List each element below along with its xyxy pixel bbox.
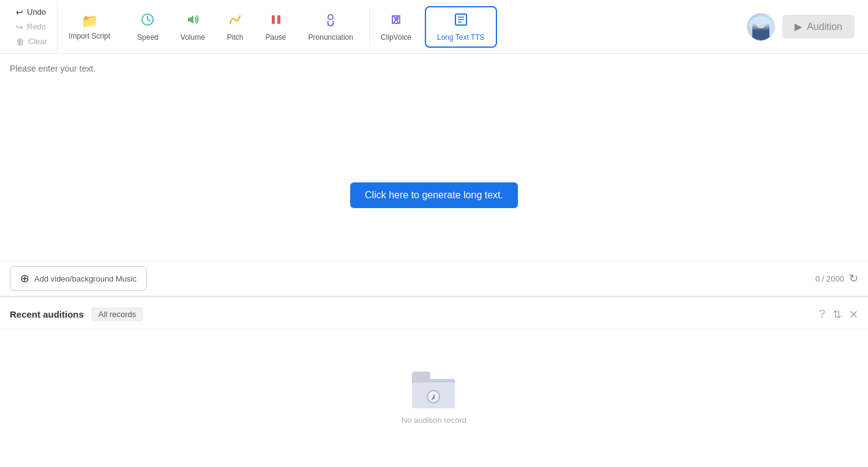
- clipvoice-icon: [389, 12, 403, 31]
- folder-icon-wrap: [412, 372, 456, 408]
- pause-tool[interactable]: Pause: [255, 7, 297, 47]
- no-record-text: No audition record: [402, 416, 466, 425]
- middle-section: Click here to generate long text. ⊕ Add …: [0, 54, 868, 296]
- speed-label: Speed: [137, 33, 159, 42]
- play-icon: ▶: [795, 21, 802, 32]
- pitch-icon: [228, 12, 242, 31]
- pronunciation-icon: [323, 12, 338, 31]
- pause-icon: [269, 12, 283, 31]
- recent-title: Recent auditions: [10, 309, 84, 319]
- close-icon[interactable]: ✕: [849, 308, 858, 321]
- add-music-button[interactable]: ⊕ Add video/background Music: [10, 266, 147, 291]
- pronunciation-tool[interactable]: Pronunciation: [297, 7, 364, 47]
- all-records-label: All records: [99, 310, 136, 319]
- all-records-button[interactable]: All records: [91, 307, 143, 321]
- svg-rect-2: [272, 15, 275, 24]
- recent-section: Recent auditions All records ? ⇅ ✕: [0, 296, 868, 467]
- clipvoice-label: ClipVoice: [381, 33, 411, 42]
- folder-icon: 📁: [81, 13, 98, 29]
- undo-label: Undo: [27, 7, 46, 17]
- pitch-tool[interactable]: Pitch: [216, 7, 255, 47]
- toolbar-history: ↩ Undo ↪ Redo 🗑 Clear: [6, 1, 58, 53]
- long-text-tts-label: Long Text TTS: [437, 33, 485, 42]
- toolbar: ↩ Undo ↪ Redo 🗑 Clear 📁 Import Script: [0, 0, 868, 54]
- avatar[interactable]: [747, 13, 775, 41]
- empty-folder-illustration: [412, 372, 456, 408]
- bottom-bar: ⊕ Add video/background Music 0 / 2000 ↻: [0, 261, 868, 296]
- char-count: 0 / 2000 ↻: [815, 272, 858, 285]
- clock-icon: [427, 390, 440, 403]
- page-layout: ↩ Undo ↪ Redo 🗑 Clear 📁 Import Script: [0, 0, 868, 467]
- speed-icon: [140, 12, 155, 31]
- redo-button[interactable]: ↪ Redo: [13, 21, 50, 33]
- add-music-label: Add video/background Music: [34, 274, 137, 283]
- clock-minute-hand: [433, 395, 435, 399]
- clear-label: Clear: [28, 37, 47, 46]
- svg-marker-1: [188, 15, 193, 24]
- pitch-label: Pitch: [227, 33, 244, 42]
- pronunciation-label: Pronunciation: [309, 33, 353, 42]
- volume-icon: [185, 12, 200, 31]
- pause-label: Pause: [266, 33, 286, 42]
- svg-point-4: [328, 15, 333, 20]
- help-icon[interactable]: ?: [819, 308, 825, 321]
- clear-button[interactable]: 🗑 Clear: [13, 35, 50, 48]
- long-text-tts-tool[interactable]: Long Text TTS: [425, 6, 497, 48]
- long-text-icon: [454, 12, 468, 31]
- import-script-button[interactable]: 📁 Import Script: [58, 9, 121, 45]
- volume-label: Volume: [181, 33, 205, 42]
- generate-btn-label: Click here to generate long text.: [365, 190, 503, 200]
- audition-label: Audition: [807, 21, 842, 32]
- redo-label: Redo: [27, 22, 46, 31]
- collapse-icon[interactable]: ⇅: [832, 308, 842, 321]
- clipvoice-tool[interactable]: ClipVoice: [370, 7, 422, 47]
- folder-front: [412, 383, 455, 408]
- char-count-value: 0 / 2000: [815, 274, 844, 283]
- main-textarea[interactable]: [0, 54, 868, 296]
- undo-button[interactable]: ↩ Undo: [13, 6, 50, 18]
- svg-rect-3: [277, 15, 280, 24]
- recent-body: No audition record: [0, 329, 868, 467]
- clear-icon: 🗑: [16, 37, 24, 47]
- undo-icon: ↩: [16, 7, 23, 17]
- import-label: Import Script: [69, 32, 110, 40]
- toolbar-tools: Speed Volume Pitch: [121, 7, 370, 47]
- recent-controls: ? ⇅ ✕: [819, 308, 858, 321]
- volume-tool[interactable]: Volume: [170, 7, 216, 47]
- redo-icon: ↪: [16, 22, 23, 32]
- textarea-area: Click here to generate long text.: [0, 54, 868, 296]
- toolbar-right: ▶ Audition: [747, 13, 862, 41]
- generate-long-text-button[interactable]: Click here to generate long text.: [350, 182, 518, 208]
- plus-icon: ⊕: [20, 272, 29, 285]
- speed-tool[interactable]: Speed: [126, 7, 170, 47]
- audition-button[interactable]: ▶ Audition: [782, 15, 855, 39]
- refresh-icon[interactable]: ↻: [849, 272, 858, 285]
- recent-header: Recent auditions All records ? ⇅ ✕: [0, 297, 868, 329]
